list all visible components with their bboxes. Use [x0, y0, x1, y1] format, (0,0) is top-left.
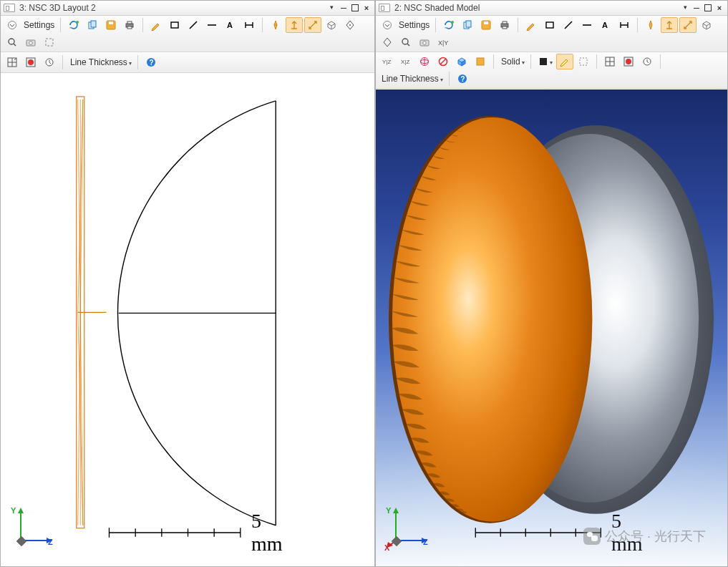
axis-out-icon[interactable] — [679, 17, 697, 33]
refresh-icon[interactable] — [440, 17, 457, 33]
segment-icon[interactable] — [578, 17, 596, 33]
xz-tiny-icon[interactable]: X|Z — [397, 54, 414, 69]
no-circle-icon[interactable] — [435, 54, 452, 69]
svg-text:Y|Z: Y|Z — [382, 59, 391, 65]
separator — [62, 55, 63, 69]
pencil-icon[interactable] — [147, 17, 165, 33]
yz-tiny-icon[interactable]: Y|Z — [379, 54, 396, 69]
zoom-icon[interactable] — [397, 34, 414, 50]
grid-icon[interactable] — [4, 54, 21, 70]
svg-text:?: ? — [149, 59, 153, 67]
minimize-button[interactable] — [691, 3, 702, 13]
print-icon[interactable] — [496, 17, 513, 33]
help-icon[interactable]: ? — [454, 71, 471, 87]
svg-point-12 — [9, 39, 14, 44]
window-options-dropdown[interactable] — [680, 3, 690, 13]
box-icon[interactable] — [698, 17, 715, 33]
svg-rect-45 — [484, 21, 488, 24]
svg-rect-49 — [546, 22, 553, 28]
close-button[interactable]: × — [714, 3, 724, 13]
copy-icon[interactable] — [84, 17, 101, 33]
watermark: 公众号 · 光行天下 — [583, 528, 706, 545]
rect-icon[interactable] — [541, 17, 558, 33]
axis-triad: Y Z — [11, 505, 54, 548]
minimize-button[interactable] — [339, 3, 349, 13]
line-thickness-dropdown[interactable]: Line Thickness — [67, 57, 133, 67]
compass-icon[interactable] — [642, 17, 659, 33]
dotted-frame-icon[interactable] — [575, 54, 592, 69]
axis-out-icon[interactable] — [304, 17, 321, 33]
svg-rect-5 — [109, 21, 113, 24]
diamond-icon[interactable] — [341, 17, 359, 33]
line-thickness-label: Line Thickness — [69, 57, 129, 67]
window-options-dropdown[interactable] — [327, 3, 337, 13]
box-icon[interactable] — [323, 17, 340, 33]
axis-up-icon[interactable] — [661, 17, 678, 33]
svg-text:X|Y: X|Y — [438, 39, 448, 47]
layout-pane: 3: NSC 3D Layout 2 × Settings A — [0, 0, 375, 567]
separator — [60, 18, 61, 32]
svg-rect-9 — [171, 22, 178, 28]
separator — [660, 54, 661, 69]
layout-viewport[interactable]: Y Z 5 mm — [1, 73, 374, 566]
settings-chevron-icon — [4, 17, 21, 33]
window-title: 3: NSC 3D Layout 2 — [18, 3, 326, 13]
line-thickness-dropdown[interactable]: Line Thickness — [379, 74, 445, 84]
text-A-icon[interactable]: A — [597, 17, 614, 33]
svg-point-73 — [392, 117, 592, 522]
svg-point-40 — [383, 21, 391, 29]
svg-point-66 — [626, 59, 631, 64]
clock-icon[interactable] — [41, 54, 58, 70]
save-icon[interactable] — [477, 17, 495, 33]
print-icon[interactable] — [121, 17, 138, 33]
rect-icon[interactable] — [166, 17, 183, 33]
solid-dropdown[interactable]: Solid — [498, 57, 526, 67]
compass-icon[interactable] — [267, 17, 284, 33]
close-button[interactable]: × — [361, 3, 372, 13]
svg-rect-61 — [477, 58, 484, 65]
pencil-icon[interactable] — [523, 17, 540, 33]
shaded-viewport[interactable]: Y Z X 5 mm — [376, 89, 727, 566]
svg-rect-43 — [466, 21, 471, 27]
square-orange-icon[interactable] — [472, 54, 489, 69]
zoom-icon[interactable] — [4, 34, 21, 50]
titlebar-left[interactable]: 3: NSC 3D Layout 2 × — [1, 1, 374, 16]
dimension-H-icon[interactable] — [616, 17, 633, 33]
help-icon[interactable]: ? — [142, 54, 160, 70]
open-square-icon[interactable] — [41, 34, 58, 50]
svg-rect-8 — [127, 26, 132, 29]
camera-icon[interactable] — [22, 34, 39, 50]
separator — [530, 54, 531, 69]
highlighter-icon[interactable] — [556, 54, 573, 69]
maximize-button[interactable] — [350, 3, 360, 13]
toolbar1-right: Settings A X|Y — [376, 16, 727, 52]
line-icon[interactable] — [185, 17, 202, 33]
swatch-black-icon[interactable] — [535, 54, 555, 69]
record-disc-icon[interactable] — [620, 54, 637, 69]
grid-icon[interactable] — [601, 54, 618, 69]
scale-bar: 5 mm — [100, 510, 294, 556]
globe-icon[interactable] — [416, 54, 433, 69]
clock-icon[interactable] — [639, 54, 656, 69]
line-thickness-label: Line Thickness — [380, 74, 440, 84]
camera-icon[interactable] — [416, 34, 433, 50]
copy-icon[interactable] — [459, 17, 476, 33]
settings-dropdown[interactable]: Settings — [4, 17, 56, 33]
maximize-button[interactable] — [703, 3, 713, 13]
xy-toggle-icon[interactable]: X|Y — [435, 34, 452, 50]
dimension-H-icon[interactable] — [241, 17, 258, 33]
svg-point-53 — [423, 42, 427, 45]
diamond-icon[interactable] — [379, 34, 396, 50]
cube-blue-icon[interactable] — [453, 54, 470, 69]
line-icon[interactable] — [560, 17, 577, 33]
svg-point-18 — [28, 59, 34, 65]
wechat-icon — [583, 528, 601, 545]
axis-up-icon[interactable] — [286, 17, 303, 33]
titlebar-right[interactable]: 2: NSC Shaded Model × — [376, 1, 727, 16]
refresh-icon[interactable] — [65, 17, 82, 33]
settings-dropdown[interactable]: Settings — [379, 17, 431, 33]
text-A-icon[interactable]: A — [222, 17, 239, 33]
record-disc-icon[interactable] — [22, 54, 39, 70]
segment-icon[interactable] — [203, 17, 220, 33]
save-icon[interactable] — [102, 17, 120, 33]
